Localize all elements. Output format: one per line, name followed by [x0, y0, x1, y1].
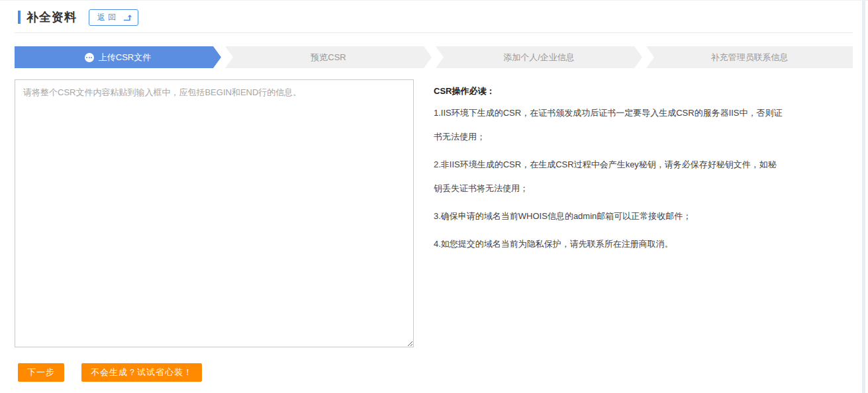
csr-notes-panel: CSR操作必读： 1.IIS环境下生成的CSR，在证书颁发成功后证书一定要导入生…	[434, 79, 785, 260]
csr-notes-title: CSR操作必读：	[434, 81, 785, 101]
easy-install-button[interactable]: 不会生成？试试省心装！	[81, 363, 202, 382]
ellipsis-bubble-icon	[85, 53, 94, 62]
csr-note-item: 4.如您提交的域名当前为隐私保护，请先联系所在注册商取消。	[434, 232, 785, 256]
step-label: 添加个人/企业信息	[503, 52, 575, 64]
back-button[interactable]: 返回	[89, 9, 138, 26]
step-admin-contact-info[interactable]: 补充管理员联系信息	[646, 46, 853, 68]
step-label: 上传CSR文件	[99, 52, 151, 64]
wizard-stepper: 上传CSR文件 预览CSR 添加个人/企业信息 补充管理员联系信息	[15, 46, 853, 68]
csr-note-item: 2.非IIS环境生成的CSR，在生成CSR过程中会产生key秘钥，请务必保存好秘…	[434, 153, 785, 200]
form-actions: 下一步 不会生成？试试省心装！	[15, 363, 853, 382]
completion-info-page: 补全资料 返回 上传CSR文件 预览CSR 添加个人/企业信息 补充管理员联系信…	[0, 9, 868, 382]
csr-note-item: 3.确保申请的域名当前WHOIS信息的admin邮箱可以正常接收邮件；	[434, 204, 785, 228]
step-upload-csr[interactable]: 上传CSR文件	[15, 46, 221, 68]
step-preview-csr[interactable]: 预览CSR	[225, 46, 432, 68]
page-header: 补全资料 返回	[15, 9, 853, 25]
back-button-label: 返回	[97, 12, 119, 23]
return-arrow-icon	[123, 14, 132, 21]
step-label: 补充管理员联系信息	[711, 52, 789, 64]
step-personal-company-info[interactable]: 添加个人/企业信息	[436, 46, 642, 68]
csr-note-item: 1.IIS环境下生成的CSR，在证书颁发成功后证书一定要导入生成CSR的服务器I…	[434, 101, 785, 149]
csr-input-textarea[interactable]	[15, 79, 414, 347]
header-divider	[15, 32, 853, 33]
page-title: 补全资料	[26, 9, 77, 25]
step-label: 预览CSR	[311, 52, 346, 64]
next-step-button[interactable]: 下一步	[18, 363, 64, 382]
main-content: CSR操作必读： 1.IIS环境下生成的CSR，在证书颁发成功后证书一定要导入生…	[15, 79, 853, 347]
scrollbar-track[interactable]	[862, 1, 865, 393]
title-accent-bar	[18, 11, 21, 24]
